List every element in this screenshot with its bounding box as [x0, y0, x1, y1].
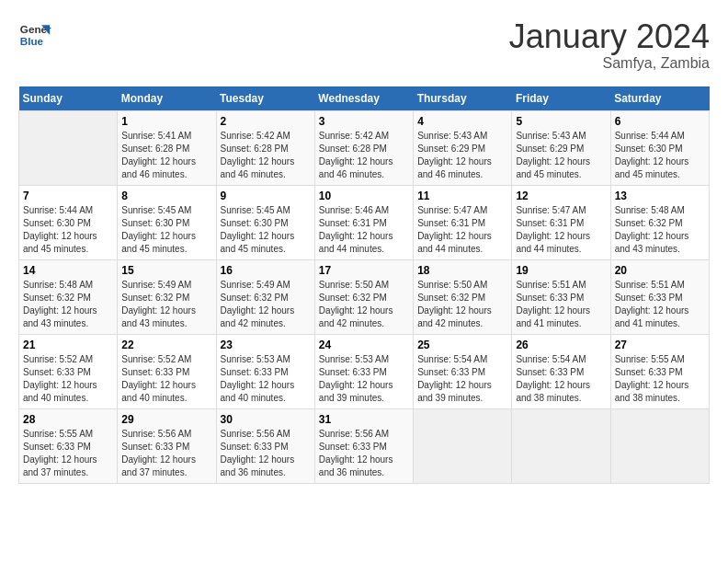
sunrise-text: Sunrise: 5:50 AM	[417, 280, 487, 290]
day-info: Sunrise: 5:42 AM Sunset: 6:28 PM Dayligh…	[319, 130, 409, 181]
day-number: 16	[221, 264, 311, 277]
sunset-text: Sunset: 6:30 PM	[221, 218, 289, 228]
sunrise-text: Sunrise: 5:52 AM	[121, 354, 191, 364]
title-block: January 2024 Samfya, Zambia	[509, 18, 710, 72]
sunset-text: Sunset: 6:33 PM	[121, 442, 189, 452]
sunrise-text: Sunrise: 5:48 AM	[23, 280, 93, 290]
sunrise-text: Sunrise: 5:54 AM	[417, 354, 487, 364]
sunrise-text: Sunrise: 5:51 AM	[615, 280, 685, 290]
calendar-cell: 23 Sunrise: 5:53 AM Sunset: 6:33 PM Dayl…	[216, 334, 314, 408]
sunset-text: Sunset: 6:32 PM	[319, 293, 387, 303]
daylight-text: Daylight: 12 hours and 37 minutes.	[121, 454, 196, 477]
daylight-text: Daylight: 12 hours and 46 minutes.	[121, 156, 196, 179]
sunset-text: Sunset: 6:28 PM	[121, 144, 189, 154]
day-info: Sunrise: 5:47 AM Sunset: 6:31 PM Dayligh…	[516, 204, 606, 256]
day-number: 7	[23, 190, 113, 202]
logo: General Blue	[18, 18, 51, 52]
day-number: 6	[615, 115, 705, 128]
daylight-text: Daylight: 12 hours and 36 minutes.	[319, 454, 393, 477]
day-info: Sunrise: 5:51 AM Sunset: 6:33 PM Dayligh…	[516, 279, 606, 330]
daylight-text: Daylight: 12 hours and 39 minutes.	[417, 380, 492, 403]
weekday-header: Wednesday	[314, 86, 413, 111]
sunrise-text: Sunrise: 5:44 AM	[615, 131, 685, 141]
month-title: January 2024	[509, 18, 710, 55]
day-number: 1	[121, 115, 211, 128]
calendar-cell: 9 Sunrise: 5:45 AM Sunset: 6:30 PM Dayli…	[216, 185, 314, 259]
day-info: Sunrise: 5:45 AM Sunset: 6:30 PM Dayligh…	[121, 204, 211, 256]
calendar-cell: 14 Sunrise: 5:48 AM Sunset: 6:32 PM Dayl…	[19, 259, 118, 334]
day-info: Sunrise: 5:52 AM Sunset: 6:33 PM Dayligh…	[23, 353, 113, 405]
calendar-cell: 25 Sunrise: 5:54 AM Sunset: 6:33 PM Dayl…	[414, 334, 512, 408]
day-number: 19	[516, 264, 606, 277]
calendar-cell: 2 Sunrise: 5:42 AM Sunset: 6:28 PM Dayli…	[216, 110, 314, 185]
sunset-text: Sunset: 6:31 PM	[417, 218, 485, 228]
weekday-header: Friday	[512, 86, 610, 111]
calendar-cell: 17 Sunrise: 5:50 AM Sunset: 6:32 PM Dayl…	[314, 259, 413, 334]
sunset-text: Sunset: 6:30 PM	[121, 218, 189, 228]
sunrise-text: Sunrise: 5:44 AM	[23, 205, 93, 215]
sunrise-text: Sunrise: 5:56 AM	[221, 429, 290, 439]
sunrise-text: Sunrise: 5:53 AM	[221, 354, 290, 364]
sunset-text: Sunset: 6:32 PM	[221, 293, 289, 303]
sunset-text: Sunset: 6:29 PM	[516, 144, 584, 154]
page-header: General Blue January 2024 Samfya, Zambia	[18, 18, 710, 72]
calendar-week-row: 1 Sunrise: 5:41 AM Sunset: 6:28 PM Dayli…	[19, 110, 710, 185]
daylight-text: Daylight: 12 hours and 40 minutes.	[121, 380, 196, 403]
daylight-text: Daylight: 12 hours and 44 minutes.	[516, 231, 590, 254]
daylight-text: Daylight: 12 hours and 42 minutes.	[221, 305, 295, 328]
sunrise-text: Sunrise: 5:55 AM	[615, 354, 685, 364]
sunset-text: Sunset: 6:33 PM	[121, 367, 189, 377]
day-number: 5	[516, 115, 606, 128]
calendar-cell: 12 Sunrise: 5:47 AM Sunset: 6:31 PM Dayl…	[512, 185, 610, 259]
sunset-text: Sunset: 6:33 PM	[615, 293, 683, 303]
daylight-text: Daylight: 12 hours and 40 minutes.	[221, 380, 295, 403]
calendar-cell: 6 Sunrise: 5:44 AM Sunset: 6:30 PM Dayli…	[610, 110, 709, 185]
daylight-text: Daylight: 12 hours and 43 minutes.	[615, 231, 689, 254]
daylight-text: Daylight: 12 hours and 42 minutes.	[319, 305, 393, 328]
day-info: Sunrise: 5:52 AM Sunset: 6:33 PM Dayligh…	[121, 353, 211, 405]
day-info: Sunrise: 5:51 AM Sunset: 6:33 PM Dayligh…	[615, 279, 705, 330]
sunrise-text: Sunrise: 5:51 AM	[516, 280, 586, 290]
calendar-cell: 30 Sunrise: 5:56 AM Sunset: 6:33 PM Dayl…	[216, 408, 314, 483]
sunrise-text: Sunrise: 5:43 AM	[516, 131, 586, 141]
daylight-text: Daylight: 12 hours and 45 minutes.	[516, 156, 590, 179]
daylight-text: Daylight: 12 hours and 43 minutes.	[23, 305, 97, 328]
sunrise-text: Sunrise: 5:45 AM	[121, 205, 191, 215]
logo-icon: General Blue	[18, 18, 51, 52]
day-number: 2	[221, 115, 311, 128]
sunset-text: Sunset: 6:33 PM	[516, 367, 584, 377]
day-info: Sunrise: 5:56 AM Sunset: 6:33 PM Dayligh…	[221, 428, 311, 479]
day-info: Sunrise: 5:44 AM Sunset: 6:30 PM Dayligh…	[23, 204, 113, 256]
calendar-cell: 24 Sunrise: 5:53 AM Sunset: 6:33 PM Dayl…	[314, 334, 413, 408]
sunrise-text: Sunrise: 5:43 AM	[417, 131, 487, 141]
sunrise-text: Sunrise: 5:42 AM	[221, 131, 290, 141]
calendar-cell: 11 Sunrise: 5:47 AM Sunset: 6:31 PM Dayl…	[414, 185, 512, 259]
sunset-text: Sunset: 6:28 PM	[221, 144, 289, 154]
sunrise-text: Sunrise: 5:42 AM	[319, 131, 389, 141]
day-info: Sunrise: 5:48 AM Sunset: 6:32 PM Dayligh…	[615, 204, 705, 256]
day-info: Sunrise: 5:44 AM Sunset: 6:30 PM Dayligh…	[615, 130, 705, 181]
daylight-text: Daylight: 12 hours and 46 minutes.	[417, 156, 492, 179]
calendar-cell: 27 Sunrise: 5:55 AM Sunset: 6:33 PM Dayl…	[610, 334, 709, 408]
calendar-cell: 4 Sunrise: 5:43 AM Sunset: 6:29 PM Dayli…	[414, 110, 512, 185]
day-number: 22	[121, 339, 211, 351]
calendar-cell	[19, 110, 118, 185]
day-number: 25	[417, 339, 507, 351]
sunrise-text: Sunrise: 5:41 AM	[121, 131, 191, 141]
weekday-header: Monday	[118, 86, 216, 111]
sunset-text: Sunset: 6:32 PM	[23, 293, 91, 303]
day-number: 24	[319, 339, 409, 351]
calendar-cell: 10 Sunrise: 5:46 AM Sunset: 6:31 PM Dayl…	[314, 185, 413, 259]
calendar-cell: 18 Sunrise: 5:50 AM Sunset: 6:32 PM Dayl…	[414, 259, 512, 334]
day-info: Sunrise: 5:49 AM Sunset: 6:32 PM Dayligh…	[121, 279, 211, 330]
sunrise-text: Sunrise: 5:47 AM	[417, 205, 487, 215]
day-number: 15	[121, 264, 211, 277]
sunrise-text: Sunrise: 5:53 AM	[319, 354, 389, 364]
calendar-cell	[414, 408, 512, 483]
sunrise-text: Sunrise: 5:56 AM	[319, 429, 389, 439]
day-number: 8	[121, 190, 211, 202]
daylight-text: Daylight: 12 hours and 45 minutes.	[23, 231, 97, 254]
daylight-text: Daylight: 12 hours and 46 minutes.	[319, 156, 393, 179]
calendar-cell	[512, 408, 610, 483]
day-number: 28	[23, 413, 113, 426]
